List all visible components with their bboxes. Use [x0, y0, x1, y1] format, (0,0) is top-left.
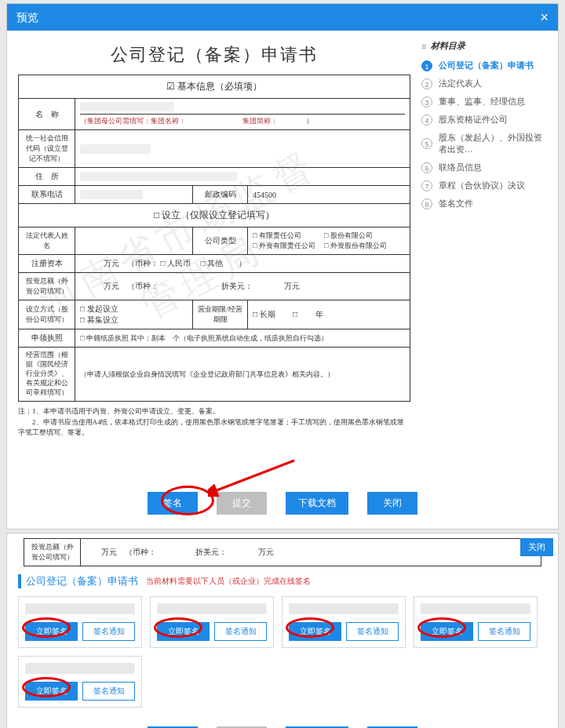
name-label: 名 称	[19, 99, 75, 130]
toc-number: 3	[421, 96, 432, 107]
sign-button[interactable]: 签名	[148, 492, 198, 515]
toc-number: 1	[421, 60, 432, 71]
footnote: 注：1、本申请书适用于内资、外资公司申请设立、变更、备案。 2、申请书应当使用A…	[18, 406, 410, 439]
toc-item-5[interactable]: 5股东（发起人）、外国投资者出资…	[421, 129, 547, 158]
license-value: 申领纸质执照 其中：副本 个（电子执照系统自动生成，纸质执照自行勾选）	[75, 329, 410, 348]
close-icon[interactable]: ×	[540, 4, 549, 31]
close-button[interactable]: 关闭	[367, 492, 417, 515]
signer-name-placeholder	[157, 603, 267, 614]
toc-sidebar: 材料目录 1公司登记（备案）申请书2法定代表人3董事、监事、经理信息4股东资格证…	[421, 40, 547, 470]
invtotal-label: 投资总额（外资公司填写）	[19, 273, 75, 300]
modal-header: 预览 ×	[7, 4, 558, 31]
setup-header: 设立（仅限设立登记填写）	[19, 204, 410, 228]
toc-number: 7	[421, 180, 432, 191]
toc-item-3[interactable]: 3董事、监事、经理信息	[421, 93, 547, 111]
toc-item-2[interactable]: 2法定代表人	[421, 75, 547, 93]
scope-value: （申请人须根据企业自身情况填写《企业登记政府部门共享信息表》相关内容。）	[75, 348, 410, 402]
signer-card: 立即签名签名通知	[18, 596, 142, 648]
sign-notice-button[interactable]: 签名通知	[346, 622, 399, 641]
document-title: 公司登记（备案）申请书	[18, 43, 410, 67]
uscc-label: 统一社会信用代码（设立登记不填写）	[19, 130, 75, 168]
toc-item-8[interactable]: 8签名文件	[421, 195, 547, 213]
toc-label: 章程（合伙协议）决议	[439, 180, 525, 191]
sign-panel: 关闭 投资总额（外资公司填写） 万元 （币种： 折美元： 万元 公司登记（备案）…	[6, 533, 559, 728]
signer-name-placeholder	[25, 603, 135, 614]
toc-number: 2	[421, 78, 432, 89]
sign-now-button[interactable]: 立即签名	[157, 622, 210, 641]
toc-number: 6	[421, 162, 432, 173]
signer-name-placeholder	[25, 663, 135, 674]
toc-item-1[interactable]: 1公司登记（备案）申请书	[421, 56, 547, 75]
license-label: 申领执照	[19, 329, 75, 348]
toc-item-4[interactable]: 4股东资格证件公司	[421, 111, 547, 129]
toc-item-7[interactable]: 7章程（合伙协议）决议	[421, 177, 547, 195]
signer-name-placeholder	[289, 603, 399, 614]
phone-value	[75, 186, 193, 204]
modal-title: 预览	[16, 4, 38, 31]
form-table: 基本信息（必填项） 名 称 （集团母公司需填写：集团名称： 集团简称： ） 统一…	[18, 75, 410, 402]
close-chip-button[interactable]: 关闭	[520, 538, 553, 556]
company-type-options: 有限责任公司 股份有限公司 外资有限责任公司 外资股份有限公司	[248, 228, 410, 255]
name-value: （集团母公司需填写：集团名称： 集团简称： ）	[75, 99, 410, 130]
toc-label: 董事、监事、经理信息	[439, 96, 525, 107]
mini-invtotal-value: 万元 （币种： 折美元： 万元	[81, 539, 541, 566]
signer-card: 立即签名签名通知	[18, 656, 142, 708]
setup-mode-label: 设立方式（股份公司填写）	[19, 300, 75, 329]
term-options: 长期 年	[248, 300, 410, 329]
signer-cards: 立即签名签名通知立即签名签名通知立即签名签名通知立即签名签名通知立即签名签名通知	[7, 588, 558, 715]
document-column: 河南省市场监督管理局 公司登记（备案）申请书 基本信息（必填项） 名 称 （集团…	[18, 40, 421, 470]
action-button-row: 签名 提交 下载文档 关闭	[7, 470, 558, 529]
sign-now-button[interactable]: 立即签名	[25, 622, 78, 641]
toc-label: 签名文件	[439, 198, 473, 209]
setup-mode-options: 发起设立 募集设立	[75, 300, 193, 329]
invtotal-value: 万元 （币种： 折美元： 万元	[75, 273, 410, 300]
postcode-value: 454500	[248, 186, 410, 204]
toc-label: 股东资格证件公司	[439, 114, 508, 126]
toc-label: 联络员信息	[439, 162, 482, 173]
mini-invtotal-label: 投资总额（外资公司填写）	[24, 539, 81, 566]
toc-number: 4	[421, 115, 432, 126]
sign-notice-button[interactable]: 签名通知	[82, 682, 135, 701]
toc-number: 5	[421, 138, 432, 149]
postcode-label: 邮政编码	[193, 186, 248, 204]
toc-label: 公司登记（备案）申请书	[439, 60, 534, 71]
sign-now-button[interactable]: 立即签名	[289, 622, 341, 641]
download-button[interactable]: 下载文档	[286, 492, 348, 515]
sign-section-title: 公司登记（备案）申请书 当前材料需要以下人员（或企业）完成在线签名	[18, 574, 547, 588]
regcap-value: 万元 （币种： 人民币 其他 ）	[75, 255, 410, 273]
modal-body: 河南省市场监督管理局 公司登记（备案）申请书 基本信息（必填项） 名 称 （集团…	[7, 31, 558, 470]
phone-label: 联系电话	[19, 186, 75, 204]
sign-notice-button[interactable]: 签名通知	[478, 622, 530, 641]
signer-name-placeholder	[421, 603, 530, 614]
term-label: 营业期限/经营期限	[193, 300, 248, 329]
preview-modal: 预览 × 河南省市场监督管理局 公司登记（备案）申请书 基本信息（必填项） 名 …	[6, 3, 559, 530]
address-value	[75, 168, 410, 186]
toc-header: 材料目录	[421, 40, 547, 52]
toc-label: 股东（发起人）、外国投资者出资…	[439, 132, 547, 155]
sign-section-subtitle: 当前材料需要以下人员（或企业）完成在线签名	[146, 576, 311, 587]
signer-card: 立即签名签名通知	[414, 596, 538, 648]
toc-label: 法定代表人	[439, 78, 482, 89]
scope-label: 经营范围（根据《国民经济行业分类》、有关规定和公司章程填写）	[19, 348, 75, 402]
mini-table: 投资总额（外资公司填写） 万元 （币种： 折美元： 万元	[24, 538, 541, 566]
toc-number: 8	[421, 198, 432, 209]
action-button-row-2: 签名 提交 下载文档 关闭	[7, 715, 558, 728]
company-type-label: 公司类型	[193, 228, 248, 255]
address-label: 住 所	[19, 168, 75, 186]
sign-now-button[interactable]: 立即签名	[25, 682, 78, 701]
sign-now-button[interactable]: 立即签名	[421, 622, 473, 641]
sign-notice-button[interactable]: 签名通知	[82, 622, 135, 641]
legalrep-value	[75, 228, 193, 255]
signer-card: 立即签名签名通知	[150, 596, 274, 648]
uscc-value	[75, 130, 410, 168]
submit-button[interactable]: 提交	[217, 492, 267, 515]
basic-info-header: 基本信息（必填项）	[19, 75, 410, 99]
legalrep-label: 法定代表人姓名	[19, 228, 75, 255]
sign-notice-button[interactable]: 签名通知	[214, 622, 267, 641]
regcap-label: 注册资本	[19, 255, 75, 273]
toc-item-6[interactable]: 6联络员信息	[421, 158, 547, 177]
signer-card: 立即签名签名通知	[282, 596, 406, 648]
